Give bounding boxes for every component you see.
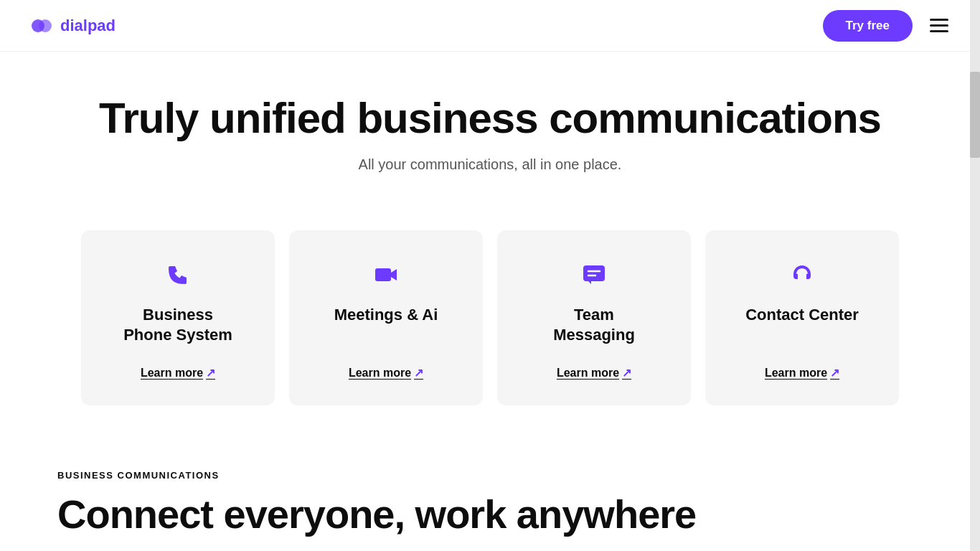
card-phone-learn-more[interactable]: Learn more ↗ bbox=[141, 366, 215, 380]
logo[interactable]: dialpad bbox=[29, 13, 116, 39]
bottom-section: BUSINESS COMMUNICATIONS Connect everyone… bbox=[0, 434, 980, 551]
section-label: BUSINESS COMMUNICATIONS bbox=[57, 470, 923, 481]
card-meetings-learn-more[interactable]: Learn more ↗ bbox=[349, 366, 423, 380]
svg-point-1 bbox=[39, 19, 52, 32]
header-right: Try free bbox=[823, 10, 951, 42]
learn-more-arrow-4: ↗ bbox=[830, 366, 839, 380]
logo-icon bbox=[29, 13, 55, 39]
learn-more-arrow-3: ↗ bbox=[622, 366, 631, 380]
hamburger-line-2 bbox=[930, 24, 948, 27]
svg-rect-6 bbox=[806, 274, 809, 279]
card-contact-title: Contact Center bbox=[745, 305, 859, 325]
svg-rect-7 bbox=[795, 274, 798, 279]
scrollbar-thumb[interactable] bbox=[970, 72, 980, 158]
card-contact-learn-more[interactable]: Learn more ↗ bbox=[765, 366, 839, 380]
header: dialpad Try free bbox=[0, 0, 980, 52]
card-messaging-learn-more[interactable]: Learn more ↗ bbox=[557, 366, 631, 380]
cards-section: BusinessPhone System Learn more ↗ Meetin… bbox=[0, 202, 980, 434]
hamburger-line-1 bbox=[930, 19, 948, 21]
card-messaging: TeamMessaging Learn more ↗ bbox=[497, 230, 691, 405]
menu-button[interactable] bbox=[927, 16, 951, 35]
card-meetings: Meetings & Ai Learn more ↗ bbox=[289, 230, 483, 405]
learn-more-arrow: ↗ bbox=[206, 366, 215, 380]
hero-section: Truly unified business communications Al… bbox=[0, 52, 980, 202]
svg-rect-3 bbox=[583, 265, 605, 281]
logo-text: dialpad bbox=[60, 17, 116, 35]
hero-subtitle: All your communications, all in one plac… bbox=[29, 156, 951, 173]
scrollbar-track[interactable] bbox=[970, 0, 980, 551]
hero-title: Truly unified business communications bbox=[29, 95, 951, 142]
svg-rect-2 bbox=[375, 268, 391, 281]
try-free-button[interactable]: Try free bbox=[823, 10, 913, 42]
phone-icon bbox=[162, 259, 194, 291]
section-heading: Connect everyone, work anywhere bbox=[57, 492, 923, 537]
card-meetings-title: Meetings & Ai bbox=[334, 305, 438, 325]
card-phone-title: BusinessPhone System bbox=[123, 305, 232, 344]
headset-icon bbox=[786, 259, 818, 291]
message-icon bbox=[578, 259, 610, 291]
card-phone: BusinessPhone System Learn more ↗ bbox=[81, 230, 275, 405]
card-messaging-title: TeamMessaging bbox=[553, 305, 635, 344]
video-icon bbox=[370, 259, 402, 291]
card-contact: Contact Center Learn more ↗ bbox=[705, 230, 899, 405]
learn-more-arrow-2: ↗ bbox=[414, 366, 423, 380]
hamburger-line-3 bbox=[930, 30, 948, 32]
